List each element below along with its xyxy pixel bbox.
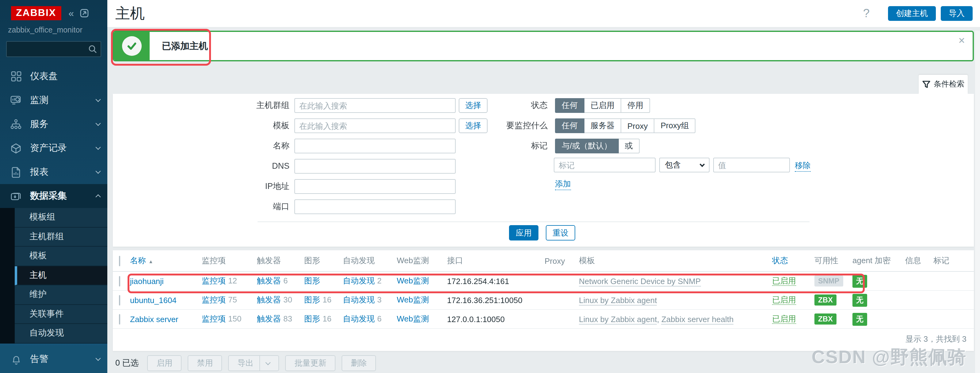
submenu-item-template-groups[interactable]: 模板组 — [15, 208, 107, 227]
submenu-item-templates[interactable]: 模板 — [15, 247, 107, 266]
tag-add-link[interactable]: 添加 — [555, 179, 571, 190]
help-icon[interactable]: ? — [863, 7, 870, 20]
discovery-link[interactable]: 自动发现 — [343, 295, 375, 304]
sidebar-item-monitoring[interactable]: 监测 — [0, 88, 107, 112]
host-name-link[interactable]: jiaohuanji — [130, 276, 164, 285]
submenu-item-event-correlation[interactable]: 关联事件 — [15, 304, 107, 324]
sidebar-item-label: 数据采集 — [30, 190, 96, 202]
tag-name-input[interactable] — [554, 158, 655, 172]
name-input[interactable] — [294, 139, 456, 153]
monitored-option-server[interactable]: 服务器 — [584, 118, 621, 133]
mass-update-button[interactable]: 批量更新 — [285, 355, 336, 371]
sidebar: ZABBIX « zabbix_office_monitor 仪表盘 监测 — [0, 0, 107, 373]
sidebar-item-data-collection[interactable]: 数据采集 — [0, 184, 107, 208]
status-enabled-link[interactable]: 已启用 — [772, 276, 796, 286]
export-button-label: 导出 — [238, 358, 254, 369]
disable-button[interactable]: 禁用 — [188, 355, 222, 371]
dns-input[interactable] — [294, 159, 456, 174]
scrollbar-track[interactable] — [975, 31, 980, 373]
selected-count: 0 已选 — [115, 358, 139, 369]
sidebar-item-label: 报表 — [30, 166, 96, 178]
enable-button[interactable]: 启用 — [148, 355, 182, 371]
items-link[interactable]: 监控项 — [202, 295, 226, 304]
zabbix-logo: ZABBIX — [11, 6, 61, 20]
submenu-item-discovery[interactable]: 自动发现 — [15, 324, 107, 343]
services-icon — [10, 119, 22, 129]
host-groups-input[interactable] — [294, 98, 456, 113]
row-checkbox[interactable] — [119, 295, 120, 305]
export-dropdown-arrow[interactable] — [260, 355, 270, 371]
status-label: 状态 — [456, 98, 548, 113]
chevron-down-icon — [700, 162, 705, 167]
triggers-link[interactable]: 触发器 — [257, 314, 281, 323]
inventory-icon — [10, 143, 22, 154]
discovery-link[interactable]: 自动发现 — [343, 276, 375, 285]
funnel-icon — [922, 80, 930, 88]
graphs-link[interactable]: 图形 — [304, 276, 320, 285]
templates-input[interactable] — [294, 118, 456, 133]
submenu-item-host-groups[interactable]: 主机群组 — [15, 227, 107, 247]
web-link[interactable]: Web监测 — [397, 314, 429, 323]
graphs-link[interactable]: 图形 — [304, 314, 320, 323]
status-enabled-link[interactable]: 已启用 — [772, 295, 796, 305]
column-header-name[interactable]: 名称 — [130, 256, 146, 265]
web-link[interactable]: Web监测 — [397, 295, 429, 304]
submenu-item-maintenance[interactable]: 维护 — [15, 285, 107, 304]
template-link[interactable]: Zabbix server health — [662, 314, 734, 324]
sidebar-item-dashboard[interactable]: 仪表盘 — [0, 64, 107, 88]
triggers-link[interactable]: 触发器 — [257, 295, 281, 304]
chevron-down-icon — [95, 145, 101, 150]
items-link[interactable]: 监控项 — [202, 314, 226, 323]
discovery-link[interactable]: 自动发现 — [343, 314, 375, 323]
tag-operator-select[interactable]: 包含 — [659, 158, 710, 172]
row-checkbox[interactable] — [119, 314, 120, 324]
triggers-link[interactable]: 触发器 — [257, 276, 281, 285]
sidebar-item-reports[interactable]: 报表 — [0, 160, 107, 184]
status-option-disabled[interactable]: 停用 — [621, 98, 650, 113]
tags-option-andor[interactable]: 与/或（默认） — [555, 139, 619, 153]
status-option-enabled[interactable]: 已启用 — [584, 98, 621, 113]
collapse-sidebar-icon[interactable]: « — [68, 8, 73, 19]
template-link[interactable]: Linux by Zabbix agent — [579, 314, 657, 324]
delete-button[interactable]: 删除 — [342, 355, 376, 371]
items-link[interactable]: 监控项 — [202, 276, 226, 285]
graphs-link[interactable]: 图形 — [304, 295, 320, 304]
column-header-status[interactable]: 状态 — [772, 256, 788, 265]
ip-input[interactable] — [294, 179, 456, 194]
status-option-any[interactable]: 任何 — [555, 98, 584, 113]
template-link[interactable]: Network Generic Device by SNMP — [579, 276, 701, 286]
create-host-button[interactable]: 创建主机 — [888, 6, 936, 21]
port-input[interactable] — [294, 199, 456, 214]
tags-option-or[interactable]: 或 — [619, 139, 640, 153]
table-header-row: 名称▲ 监控项 触发器 图形 自动发现 Web监测 接口 Proxy 模板 状态… — [113, 250, 974, 272]
reset-button[interactable]: 重设 — [546, 225, 575, 241]
template-link[interactable]: Linux by Zabbix agent — [579, 295, 657, 305]
host-name-link[interactable]: Zabbix server — [130, 314, 178, 324]
sidebar-item-services[interactable]: 服务 — [0, 112, 107, 136]
host-name-link[interactable]: ubuntu_1604 — [130, 295, 177, 304]
tag-value-input[interactable] — [713, 158, 790, 172]
apply-button[interactable]: 应用 — [509, 225, 538, 241]
submenu-item-hosts[interactable]: 主机 — [15, 266, 107, 285]
triggers-count: 6 — [283, 276, 288, 285]
sidebar-item-inventory[interactable]: 资产记录 — [0, 136, 107, 160]
sidebar-item-alerts[interactable]: 告警 — [0, 345, 107, 373]
monitored-option-proxy-group[interactable]: Proxy组 — [654, 118, 695, 133]
close-icon[interactable]: ✕ — [958, 35, 965, 45]
tag-remove-link[interactable]: 移除 — [795, 160, 811, 172]
page-title: 主机 — [115, 4, 145, 23]
port-label: 端口 — [210, 199, 290, 214]
monitored-option-proxy[interactable]: Proxy — [621, 118, 654, 133]
web-link[interactable]: Web监测 — [397, 276, 429, 285]
filter-tab[interactable]: 条件检索 — [919, 75, 968, 94]
monitored-option-any[interactable]: 任何 — [555, 118, 584, 133]
import-button[interactable]: 导入 — [941, 6, 973, 21]
row-checkbox[interactable] — [119, 276, 120, 286]
table-summary: 显示 3，共找到 3 — [905, 334, 967, 345]
dashboard-icon — [10, 71, 22, 81]
export-button[interactable]: 导出 — [228, 355, 279, 371]
status-enabled-link[interactable]: 已启用 — [772, 314, 796, 324]
select-all-checkbox[interactable] — [119, 255, 120, 266]
hide-sidebar-icon[interactable] — [80, 9, 89, 18]
sidebar-search-input[interactable] — [6, 41, 101, 57]
